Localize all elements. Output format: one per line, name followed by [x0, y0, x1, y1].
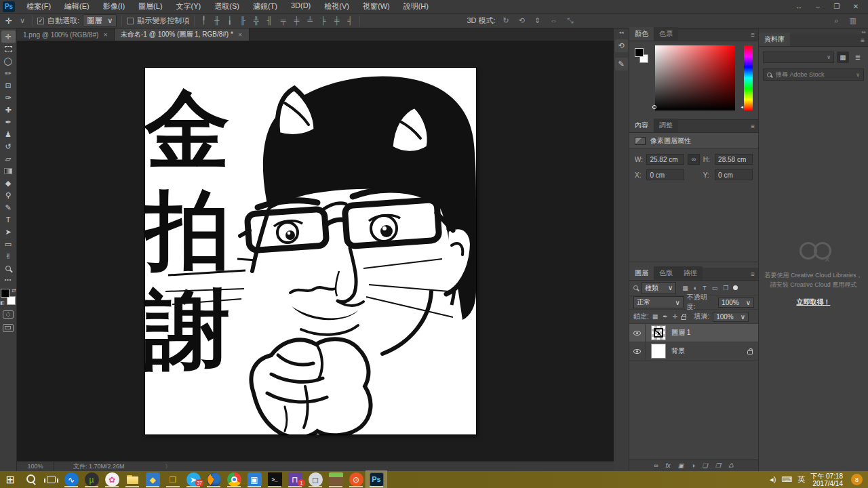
- shape-tool[interactable]: ▭: [1, 238, 16, 250]
- menu-item[interactable]: 編輯(E): [58, 0, 96, 13]
- lock-option-icon[interactable]: ▦: [652, 313, 658, 320]
- current-tool-icon[interactable]: ✛: [0, 16, 18, 26]
- layer-visibility-icon[interactable]: [629, 342, 646, 360]
- tab-channels[interactable]: 色版: [654, 266, 678, 280]
- options-right-icon[interactable]: ▥: [848, 16, 859, 25]
- y-field[interactable]: 0 cm: [715, 169, 753, 180]
- taskbar-search-button[interactable]: [20, 471, 41, 488]
- show-transform-checkbox[interactable]: ✓: [127, 18, 134, 24]
- align-icon[interactable]: ╪: [292, 16, 301, 25]
- spot-healing-brush-tool[interactable]: ✚: [1, 104, 16, 116]
- tab-layers[interactable]: 圖層: [629, 266, 654, 280]
- adjustment-layer-icon[interactable]: ◑: [691, 462, 694, 469]
- lock-all-icon[interactable]: [681, 316, 686, 320]
- menu-item[interactable]: 影像(I): [97, 0, 131, 13]
- color-picker-marker[interactable]: [652, 105, 656, 109]
- path-selection-tool[interactable]: ➤: [1, 226, 16, 238]
- input-language-indicator[interactable]: 英: [797, 474, 805, 485]
- screen-mode-icon[interactable]: [3, 324, 14, 332]
- menu-item[interactable]: 選取(S): [208, 0, 245, 13]
- menu-item[interactable]: 3D(D): [285, 0, 317, 13]
- status-expander-icon[interactable]: 〉: [165, 463, 171, 470]
- layer-mask-icon[interactable]: ▣: [678, 462, 684, 469]
- align-icon[interactable]: ╬: [252, 16, 261, 25]
- app-utorrent[interactable]: µ: [81, 471, 102, 488]
- app-twitch[interactable]: ⊓ 1: [285, 471, 305, 488]
- hue-slider-marker[interactable]: ◂: [741, 104, 743, 110]
- tab-properties[interactable]: 內容: [629, 119, 654, 132]
- get-creative-cloud-link[interactable]: 立即取得！: [797, 298, 831, 307]
- 3d-mode-icon[interactable]: ⟲: [517, 16, 527, 25]
- app-chrome[interactable]: [224, 471, 244, 488]
- menu-item[interactable]: 說明(H): [397, 0, 435, 13]
- align-icon[interactable]: ╿: [199, 16, 208, 25]
- taskbar-clock[interactable]: 下午 07:18 2017/4/14: [810, 472, 843, 487]
- app-xunlei[interactable]: ∿: [61, 471, 81, 488]
- tab-color[interactable]: 顏色: [629, 27, 654, 41]
- align-icon[interactable]: ╫: [212, 16, 222, 25]
- volume-icon[interactable]: ◂): [770, 475, 776, 484]
- quick-mask-icon[interactable]: [3, 310, 14, 319]
- brush-tool[interactable]: ✒: [1, 116, 16, 128]
- brush-presets-panel-icon[interactable]: ✎: [615, 58, 628, 70]
- align-icon[interactable]: ╧: [305, 16, 315, 25]
- tab-close-icon[interactable]: ✕: [103, 32, 108, 38]
- action-center-badge[interactable]: 8: [851, 474, 863, 485]
- pen-tool[interactable]: ✎: [1, 201, 16, 214]
- filter-toggle-icon[interactable]: [733, 285, 738, 290]
- app-blue-diamond[interactable]: ◆: [142, 471, 163, 488]
- layer-filter-icon[interactable]: ❐: [723, 285, 728, 291]
- panel-menu-icon[interactable]: ≡: [751, 270, 755, 278]
- edit-toolbar-icon[interactable]: •••: [5, 277, 12, 282]
- new-layer-icon[interactable]: ❐: [715, 462, 721, 469]
- layer-filter-icon[interactable]: ▭: [712, 285, 718, 291]
- 3d-mode-icon[interactable]: ⇔: [548, 16, 559, 25]
- swap-colors-icon[interactable]: ⇄: [12, 287, 16, 293]
- align-icon[interactable]: ╟: [238, 16, 248, 25]
- eyedropper-tool[interactable]: ✑: [1, 92, 16, 104]
- clone-stamp-tool[interactable]: ♟: [1, 128, 16, 140]
- default-colors-icon[interactable]: ◧: [0, 300, 5, 306]
- layer-effects-icon[interactable]: fx: [666, 462, 671, 469]
- history-panel-icon[interactable]: ⟲: [615, 39, 628, 52]
- panel-menu-icon[interactable]: ≡: [751, 31, 755, 39]
- layer-filter-icon[interactable]: ◐: [694, 285, 697, 291]
- hand-tool[interactable]: ✌: [1, 250, 16, 262]
- auto-select-target-dropdown[interactable]: 圖層 ∨: [83, 14, 117, 27]
- tool-preset-dropdown-icon[interactable]: ∨: [18, 16, 27, 25]
- link-layers-icon[interactable]: ∞: [654, 462, 658, 469]
- close-button[interactable]: ✕: [848, 3, 864, 10]
- tab-libraries[interactable]: 資料庫: [759, 33, 790, 46]
- opacity-field[interactable]: 100% ∨: [718, 298, 754, 308]
- tab-paths[interactable]: 路徑: [678, 266, 703, 280]
- app-firefox[interactable]: [203, 471, 224, 488]
- move-tool[interactable]: ✛: [1, 30, 16, 43]
- minimize-button[interactable]: –: [810, 3, 826, 10]
- align-icon[interactable]: ╢: [265, 16, 275, 25]
- panel-menu-icon[interactable]: ≡: [861, 37, 865, 44]
- delete-layer-icon[interactable]: ♺: [728, 462, 734, 469]
- app-flower[interactable]: ✿: [102, 471, 122, 488]
- tab-adjustments[interactable]: 調整: [654, 119, 678, 132]
- foreground-color-swatch[interactable]: [1, 289, 9, 298]
- keyboard-icon[interactable]: ⌨: [781, 475, 792, 484]
- 3d-mode-icon[interactable]: ⤡: [565, 16, 575, 25]
- app-gray[interactable]: ◻: [305, 471, 326, 488]
- height-field[interactable]: 28.58 cm: [715, 154, 753, 165]
- layer-visibility-icon[interactable]: [629, 324, 646, 342]
- blur-tool[interactable]: ◆: [1, 177, 16, 189]
- menu-item[interactable]: 文字(Y): [170, 0, 208, 13]
- panel-menu-icon[interactable]: ≡: [751, 123, 755, 130]
- auto-select-checkbox[interactable]: ✓: [37, 18, 44, 24]
- layer-filter-icon[interactable]: T: [703, 285, 707, 291]
- 3d-mode-icon[interactable]: ⇕: [532, 16, 542, 25]
- lasso-tool[interactable]: ◯: [1, 55, 16, 67]
- grid-view-icon[interactable]: ▦: [837, 52, 849, 63]
- hue-slider[interactable]: [744, 45, 753, 110]
- history-brush-tool[interactable]: ↺: [1, 140, 16, 152]
- x-field[interactable]: 0 cm: [646, 169, 684, 180]
- app-cube[interactable]: ❒: [163, 471, 183, 488]
- collapse-arrows-icon[interactable]: ◂◂: [618, 30, 623, 35]
- document-tab[interactable]: 未命名-1 @ 100% (圖層 1, RGB/8#) * ✕: [115, 28, 249, 41]
- task-view-button[interactable]: [41, 471, 61, 488]
